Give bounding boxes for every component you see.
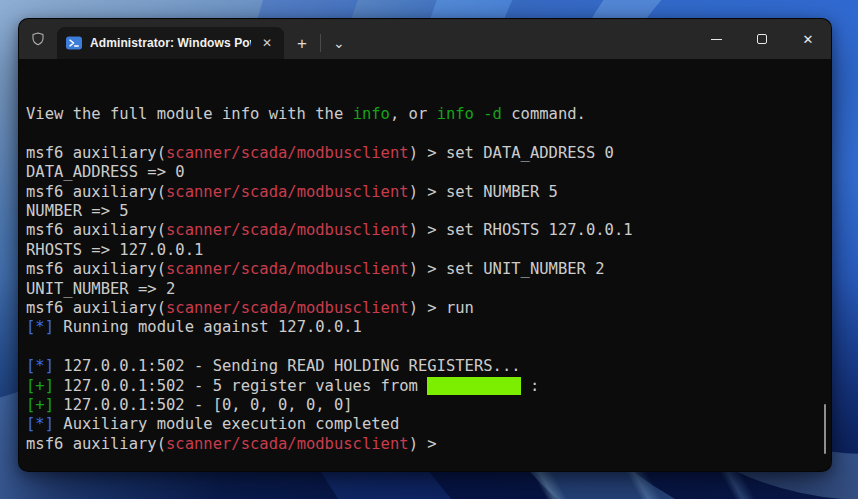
tab-title: Administrator: Windows Powe: [90, 36, 251, 50]
terminal-window: Administrator: Windows Powe ✕ + ⌄ ✕ View…: [18, 18, 832, 472]
terminal-line: msf6 auxiliary(scanner/scada/modbusclien…: [26, 299, 831, 318]
terminal-text-segment: scanner/scada/modbusclient: [166, 183, 409, 201]
terminal-line: [+] 127.0.0.1:502 - 5 register values fr…: [26, 377, 831, 396]
terminal-line: [26, 124, 831, 143]
terminal-text-segment: [*]: [26, 318, 54, 336]
titlebar[interactable]: Administrator: Windows Powe ✕ + ⌄ ✕: [19, 19, 831, 59]
terminal-text-segment: scanner/scada/modbusclient: [166, 144, 409, 162]
chevron-down-icon: ⌄: [333, 36, 345, 50]
terminal-text-segment: ) > set UNIT_NUMBER 2: [409, 260, 605, 278]
terminal-text-segment: UNIT_NUMBER => 2: [26, 280, 175, 298]
terminal-line: [26, 338, 831, 357]
terminal-text-segment: info: [353, 105, 390, 123]
terminal-text-segment: ) > set NUMBER 5: [409, 183, 558, 201]
terminal-text-segment: scanner/scada/modbusclient: [166, 260, 409, 278]
window-controls: ✕: [693, 19, 831, 59]
terminal-text-segment: command.: [502, 105, 586, 123]
minimize-icon: [711, 39, 722, 40]
terminal-line: [+] 127.0.0.1:502 - [0, 0, 0, 0, 0]: [26, 396, 831, 415]
terminal-text-segment: Running module against 127.0.0.1: [54, 318, 362, 336]
terminal-text-segment: 127.0.0.1:502 - [0, 0, 0, 0, 0]: [54, 396, 353, 414]
terminal-line: RHOSTS => 127.0.0.1: [26, 241, 831, 260]
admin-shield-icon: [19, 19, 57, 59]
terminal-text-segment: scanner/scada/modbusclient: [166, 435, 409, 453]
terminal-line: DATA_ADDRESS => 0: [26, 163, 831, 182]
scrollbar[interactable]: [824, 404, 826, 454]
tab-close-icon[interactable]: ✕: [259, 35, 275, 51]
terminal-line: [*] 127.0.0.1:502 - Sending READ HOLDING…: [26, 357, 831, 376]
terminal-text-segment: Auxiliary module execution completed: [54, 415, 399, 433]
terminal-line: UNIT_NUMBER => 2: [26, 280, 831, 299]
terminal-text-segment: [+]: [26, 396, 54, 414]
terminal-text-segment: :: [521, 377, 540, 395]
maximize-icon: [757, 34, 767, 44]
terminal-text-segment: 127.0.0.1:502 - 5 register values from: [54, 377, 427, 395]
terminal-text-segment: 127.0.0.1:502 - Sending READ HOLDING REG…: [54, 357, 521, 375]
terminal-text-segment: ) > set DATA_ADDRESS 0: [409, 144, 614, 162]
terminal-line: NUMBER => 5: [26, 202, 831, 221]
maximize-button[interactable]: [739, 19, 785, 59]
terminal-text-segment: msf6 auxiliary(: [26, 435, 166, 453]
terminal-text-segment: msf6 auxiliary(: [26, 183, 166, 201]
terminal-text-segment: ) >: [409, 435, 446, 453]
redacted-highlight: [427, 377, 520, 395]
terminal-line: View the full module info with the info,…: [26, 105, 831, 124]
desktop-wallpaper: Administrator: Windows Powe ✕ + ⌄ ✕ View…: [0, 0, 858, 499]
terminal-line: msf6 auxiliary(scanner/scada/modbusclien…: [26, 260, 831, 279]
terminal-output[interactable]: View the full module info with the info,…: [19, 59, 831, 471]
terminal-text-segment: info -d: [437, 105, 502, 123]
new-tab-button[interactable]: +: [284, 27, 320, 59]
plus-icon: +: [297, 35, 307, 52]
terminal-text-segment: [*]: [26, 357, 54, 375]
terminal-text-segment: ) > set RHOSTS 127.0.0.1: [409, 221, 633, 239]
close-icon: ✕: [803, 33, 814, 46]
terminal-text-segment: msf6 auxiliary(: [26, 144, 166, 162]
terminal-text-segment: RHOSTS => 127.0.0.1: [26, 241, 203, 259]
terminal-line: [*] Running module against 127.0.0.1: [26, 318, 831, 337]
terminal-text-segment: scanner/scada/modbusclient: [166, 299, 409, 317]
tab-powershell[interactable]: Administrator: Windows Powe ✕: [57, 27, 284, 59]
terminal-text-segment: [+]: [26, 377, 54, 395]
terminal-line: msf6 auxiliary(scanner/scada/modbusclien…: [26, 435, 831, 454]
minimize-button[interactable]: [693, 19, 739, 59]
terminal-text-segment: msf6 auxiliary(: [26, 221, 166, 239]
terminal-text-segment: , or: [390, 105, 437, 123]
close-button[interactable]: ✕: [785, 19, 831, 59]
terminal-text-segment: View the full module info with the: [26, 105, 353, 123]
terminal-line: msf6 auxiliary(scanner/scada/modbusclien…: [26, 183, 831, 202]
terminal-text-segment: DATA_ADDRESS => 0: [26, 163, 185, 181]
terminal-text-segment: ) > run: [409, 299, 474, 317]
terminal-text-segment: msf6 auxiliary(: [26, 299, 166, 317]
terminal-text-segment: scanner/scada/modbusclient: [166, 221, 409, 239]
terminal-text-segment: [*]: [26, 415, 54, 433]
tab-dropdown-button[interactable]: ⌄: [321, 27, 357, 59]
powershell-icon: [66, 35, 82, 51]
terminal-line: msf6 auxiliary(scanner/scada/modbusclien…: [26, 144, 831, 163]
terminal-line: [*] Auxiliary module execution completed: [26, 415, 831, 434]
terminal-text-segment: NUMBER => 5: [26, 202, 129, 220]
terminal-text-segment: msf6 auxiliary(: [26, 260, 166, 278]
terminal-line: msf6 auxiliary(scanner/scada/modbusclien…: [26, 221, 831, 240]
